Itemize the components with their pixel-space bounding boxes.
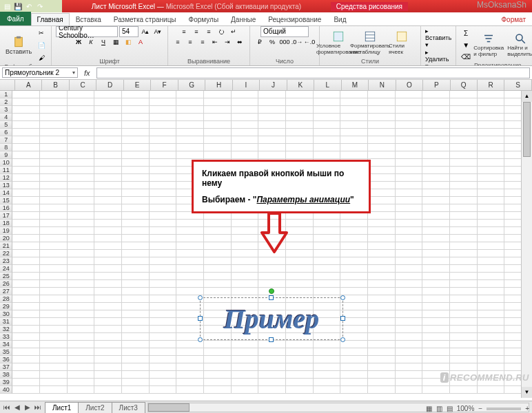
cell[interactable]	[122, 227, 150, 235]
cell[interactable]	[258, 114, 286, 121]
cell[interactable]	[40, 326, 68, 333]
row-header[interactable]: 30	[0, 310, 12, 318]
cell[interactable]	[12, 310, 40, 318]
cell[interactable]	[12, 295, 40, 303]
tab-review[interactable]: Рецензирование	[262, 13, 327, 25]
cell[interactable]	[478, 129, 505, 136]
cell[interactable]	[396, 174, 423, 182]
cell[interactable]	[40, 371, 68, 379]
cell[interactable]	[422, 363, 450, 371]
cell[interactable]	[204, 227, 232, 235]
format-as-table-button[interactable]: Форматировать как таблицу	[356, 29, 385, 56]
cell[interactable]	[478, 159, 505, 167]
cell[interactable]	[258, 129, 286, 136]
cell[interactable]	[176, 242, 204, 250]
cell[interactable]	[286, 273, 314, 280]
cell[interactable]	[450, 318, 478, 326]
cell[interactable]	[340, 220, 368, 227]
cell[interactable]	[68, 356, 95, 363]
cell[interactable]	[94, 227, 122, 235]
cell[interactable]	[258, 386, 286, 394]
cell[interactable]	[368, 280, 396, 288]
cell[interactable]	[232, 129, 259, 136]
cell[interactable]	[150, 159, 177, 167]
cell[interactable]	[258, 379, 286, 386]
cell[interactable]	[368, 288, 396, 295]
cell[interactable]	[122, 333, 150, 341]
cell[interactable]	[478, 280, 505, 288]
cell[interactable]	[40, 151, 68, 159]
cell[interactable]	[478, 167, 505, 174]
prev-sheet-icon[interactable]: ◀	[12, 403, 22, 411]
cell[interactable]	[94, 204, 122, 212]
cell[interactable]	[450, 136, 478, 144]
cell[interactable]	[314, 250, 341, 257]
cell[interactable]	[68, 288, 95, 295]
cell[interactable]	[122, 257, 150, 265]
cell[interactable]	[258, 371, 286, 379]
tab-home[interactable]: Главная	[31, 13, 70, 25]
cell[interactable]	[68, 98, 95, 106]
insert-cells-button[interactable]: ▸ Вставить ▾	[425, 28, 451, 48]
cell[interactable]	[396, 379, 423, 386]
cell[interactable]	[12, 250, 40, 257]
row-header[interactable]: 27	[0, 288, 12, 295]
cell[interactable]	[122, 98, 150, 106]
cell[interactable]	[478, 288, 505, 295]
cell[interactable]	[422, 326, 450, 333]
cell[interactable]	[122, 106, 150, 114]
row-header[interactable]: 29	[0, 303, 12, 310]
cell[interactable]	[40, 363, 68, 371]
cell[interactable]	[12, 280, 40, 288]
cell[interactable]	[396, 326, 423, 333]
cell[interactable]	[122, 204, 150, 212]
cell[interactable]	[12, 197, 40, 204]
col-header[interactable]: E	[124, 80, 151, 90]
cell[interactable]	[68, 379, 95, 386]
cell[interactable]	[368, 235, 396, 242]
cell[interactable]	[396, 114, 423, 121]
cell[interactable]	[150, 189, 177, 197]
cell[interactable]	[176, 265, 204, 273]
row-header[interactable]: 26	[0, 280, 12, 288]
cell[interactable]	[12, 151, 40, 159]
cell[interactable]	[12, 121, 40, 129]
cell[interactable]	[340, 144, 368, 151]
cell[interactable]	[12, 288, 40, 295]
cell[interactable]	[314, 129, 341, 136]
cell[interactable]	[450, 204, 478, 212]
cell[interactable]	[478, 363, 505, 371]
font-name-combo[interactable]: Century Schoolbo…	[56, 26, 118, 37]
cell[interactable]	[396, 371, 423, 379]
cell[interactable]	[150, 310, 177, 318]
orientation-icon[interactable]: ⭮	[216, 26, 227, 37]
row-header[interactable]: 34	[0, 341, 12, 348]
cell[interactable]	[12, 348, 40, 356]
cell[interactable]	[478, 250, 505, 257]
cell[interactable]	[314, 121, 341, 129]
cell[interactable]	[150, 265, 177, 273]
cell[interactable]	[204, 242, 232, 250]
cell[interactable]	[450, 167, 478, 174]
col-header[interactable]: J	[260, 80, 287, 90]
cell[interactable]	[368, 91, 396, 98]
cell[interactable]	[340, 386, 368, 394]
cell[interactable]	[396, 98, 423, 106]
cell[interactable]	[478, 227, 505, 235]
cell[interactable]	[368, 379, 396, 386]
cell[interactable]	[150, 318, 177, 326]
cell[interactable]	[232, 363, 259, 371]
cell[interactable]	[478, 235, 505, 242]
cell[interactable]	[176, 288, 204, 295]
cell[interactable]	[68, 220, 95, 227]
row-header[interactable]: 21	[0, 242, 12, 250]
cell[interactable]	[40, 182, 68, 189]
cell[interactable]	[368, 242, 396, 250]
cell[interactable]	[94, 363, 122, 371]
cell-styles-button[interactable]: Стили ячеек	[387, 29, 416, 56]
row-header[interactable]: 3	[0, 106, 12, 114]
cell[interactable]	[450, 121, 478, 129]
cell[interactable]	[232, 356, 259, 363]
cell[interactable]	[286, 288, 314, 295]
cell[interactable]	[232, 136, 259, 144]
